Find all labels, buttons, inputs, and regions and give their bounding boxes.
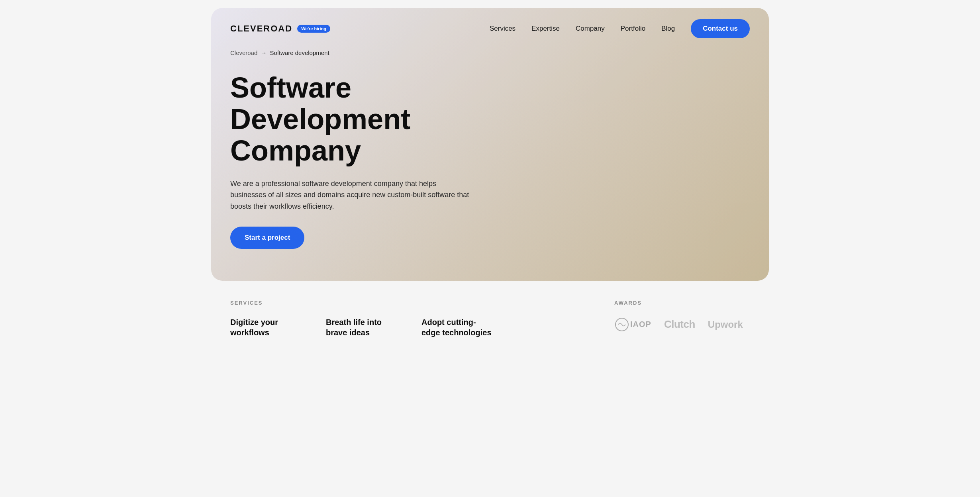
bottom-section: SERVICES Digitize your workflows Breath … (211, 281, 769, 354)
clutch-text: Clutch (664, 318, 695, 330)
service-item-1: Digitize your workflows (230, 317, 302, 338)
nav-services[interactable]: Services (490, 25, 515, 33)
navbar: CLEVEROAD We're hiring Services Expertis… (211, 8, 769, 49)
page-wrapper: CLEVEROAD We're hiring Services Expertis… (211, 8, 769, 354)
hero-description: We are a professional software developme… (230, 178, 469, 212)
awards-logos: IAOP Clutch Upwork (614, 317, 750, 332)
service-item-3: Adopt cutting-edge technologies (421, 317, 493, 338)
breadcrumb: Cleveroad → Software development (211, 49, 769, 64)
navbar-left: CLEVEROAD We're hiring (230, 23, 330, 34)
service-item-2: Breath life into brave ideas (326, 317, 398, 338)
services-label: SERVICES (230, 300, 598, 306)
nav-expertise[interactable]: Expertise (531, 25, 560, 33)
breadcrumb-current: Software development (270, 49, 329, 56)
nav-blog[interactable]: Blog (661, 25, 675, 33)
upwork-text: Upwork (708, 319, 743, 330)
clutch-logo: Clutch (664, 318, 695, 331)
hero-content: Software Development Company We are a pr… (211, 64, 514, 281)
iaop-logo: IAOP (614, 317, 651, 332)
iaop-icon (614, 317, 629, 332)
hero-title: Software Development Company (230, 72, 495, 167)
hiring-badge[interactable]: We're hiring (297, 25, 330, 33)
nav-company[interactable]: Company (576, 25, 605, 33)
breadcrumb-arrow: → (261, 49, 267, 56)
hero-card: CLEVEROAD We're hiring Services Expertis… (211, 8, 769, 281)
nav-portfolio[interactable]: Portfolio (621, 25, 645, 33)
contact-button[interactable]: Contact us (691, 19, 750, 38)
iaop-text: IAOP (630, 320, 651, 329)
navbar-nav: Services Expertise Company Portfolio Blo… (490, 19, 750, 38)
awards-label: AWARDS (614, 300, 750, 306)
awards-section: AWARDS IAOP Clutch Upwork (598, 300, 750, 338)
breadcrumb-home[interactable]: Cleveroad (230, 49, 257, 56)
start-project-button[interactable]: Start a project (230, 227, 304, 249)
logo-text: CLEVEROAD (230, 23, 292, 34)
services-grid: Digitize your workflows Breath life into… (230, 317, 598, 338)
upwork-logo: Upwork (708, 319, 743, 330)
services-section: SERVICES Digitize your workflows Breath … (230, 300, 598, 338)
